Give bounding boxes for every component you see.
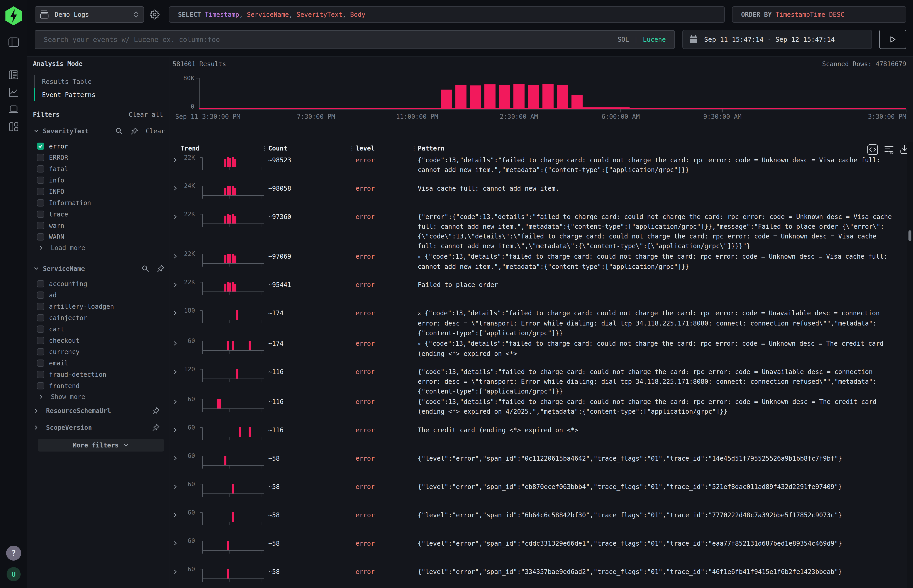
checkbox-unchecked[interactable]	[37, 176, 44, 184]
column-header-level[interactable]: ⋮level	[356, 142, 375, 155]
more-filters-button[interactable]: More filters	[38, 439, 164, 452]
expand-row-button[interactable]	[169, 183, 181, 192]
sidebar-item-sessions[interactable]	[0, 105, 27, 115]
chevron-down-icon[interactable]	[33, 128, 43, 134]
search-icon[interactable]	[115, 127, 123, 135]
analysis-mode-event-patterns[interactable]: Event Patterns	[34, 88, 161, 101]
filter-option-accounting[interactable]: accounting	[27, 278, 169, 289]
column-menu-icon[interactable]: ⋮	[261, 142, 268, 155]
app-logo[interactable]	[0, 6, 27, 26]
filter-group-collapsed-resourceschemaurl[interactable]: ResourceSchemaUrl	[33, 405, 160, 417]
filter-option-currency[interactable]: currency	[27, 346, 169, 357]
select-query-editor[interactable]: SELECT Timestamp, ServiceName, SeverityT…	[169, 6, 725, 23]
filter-option-error[interactable]: error	[27, 141, 169, 152]
clear-all-button[interactable]: Clear all	[129, 111, 163, 118]
checkbox-unchecked[interactable]	[37, 382, 44, 389]
analysis-mode-results-table[interactable]: Results Table	[34, 75, 161, 88]
expand-row-button[interactable]	[169, 155, 181, 163]
checkbox-unchecked[interactable]	[37, 348, 44, 355]
checkbox-unchecked[interactable]	[37, 188, 44, 195]
checkbox-unchecked[interactable]	[37, 371, 44, 378]
checkbox-unchecked[interactable]	[37, 280, 44, 288]
pin-icon[interactable]	[130, 127, 139, 135]
expand-row-button[interactable]	[169, 338, 181, 347]
column-header-count[interactable]: ⋮Count	[268, 142, 287, 155]
chevron-right-icon[interactable]	[33, 424, 40, 431]
pattern-cell[interactable]: {"level":"error","span_id":"0c11220615ba…	[418, 453, 908, 463]
pattern-cell[interactable]: {"level":"error","span_id":"334357bae9ed…	[418, 566, 908, 577]
view-source-button[interactable]	[867, 144, 878, 155]
pattern-cell[interactable]: The credit card (ending <*> expired on <…	[418, 425, 908, 435]
run-query-button[interactable]	[879, 30, 906, 49]
checkbox-unchecked[interactable]	[37, 222, 44, 229]
checkbox-unchecked[interactable]	[37, 326, 44, 333]
pattern-cell[interactable]: {"code":13,"details":"failed to charge c…	[418, 155, 908, 175]
filter-option-fatal[interactable]: fatal	[27, 163, 169, 174]
filter-option-frontend[interactable]: frontend	[27, 380, 169, 391]
sidebar-item-chart-explorer[interactable]	[0, 87, 27, 97]
filter-option-info[interactable]: INFO	[27, 186, 169, 197]
pattern-cell[interactable]: {"error":{"code":13,"details":"failed to…	[418, 211, 908, 251]
checkbox-unchecked[interactable]	[37, 233, 44, 241]
expand-row-button[interactable]	[169, 251, 181, 260]
expand-row-button[interactable]	[169, 396, 181, 405]
column-menu-icon[interactable]: ⋮	[349, 142, 355, 155]
pin-icon[interactable]	[152, 407, 160, 415]
search-input[interactable]: Search your events w/ Lucene ex. column:…	[35, 30, 675, 49]
checkbox-unchecked[interactable]	[37, 337, 44, 344]
checkbox-unchecked[interactable]	[37, 291, 44, 299]
checkbox-unchecked[interactable]	[37, 165, 44, 173]
filter-group-collapsed-scopeversion[interactable]: ScopeVersion	[33, 422, 160, 433]
sidebar-item-search[interactable]	[0, 70, 27, 80]
scrollbar-track[interactable]	[907, 142, 913, 588]
column-menu-icon[interactable]: ⋮	[411, 142, 417, 155]
expand-row-button[interactable]	[169, 538, 181, 546]
pattern-cell[interactable]: ×{"code":13,"details":"failed to charge …	[418, 251, 908, 271]
pin-icon[interactable]	[152, 423, 160, 431]
pattern-cell[interactable]: {"level":"error","span_id":"cddc331329e6…	[418, 538, 908, 548]
sidebar-item-dashboards[interactable]	[0, 122, 27, 132]
expand-row-button[interactable]	[169, 566, 181, 575]
filter-option-information[interactable]: Information	[27, 197, 169, 208]
pin-icon[interactable]	[157, 265, 165, 273]
filter-option-ad[interactable]: ad	[27, 289, 169, 301]
settings-gear-icon[interactable]	[150, 10, 160, 19]
language-toggle-sql[interactable]: SQL	[617, 36, 629, 43]
filter-group-clear-button[interactable]: Clear	[146, 128, 165, 135]
load-more-button[interactable]: Load more	[38, 243, 85, 253]
date-range-picker[interactable]: Sep 11 15:47:14 - Sep 12 15:47:14	[682, 30, 872, 49]
filter-option-warn[interactable]: warn	[27, 220, 169, 231]
expand-row-button[interactable]	[169, 510, 181, 518]
filter-option-checkout[interactable]: checkout	[27, 335, 169, 346]
expand-row-button[interactable]	[169, 481, 181, 490]
help-button[interactable]: ?	[0, 546, 27, 561]
checkbox-unchecked[interactable]	[37, 314, 44, 321]
expand-row-button[interactable]	[169, 425, 181, 433]
expand-row-button[interactable]	[169, 366, 181, 375]
expand-row-button[interactable]	[169, 279, 181, 288]
pattern-cell[interactable]: ×{"code":13,"details":"failed to charge …	[418, 338, 908, 359]
column-header-pattern[interactable]: ⋮Pattern	[418, 142, 445, 155]
user-avatar[interactable]: U	[0, 567, 27, 581]
filter-option-cart[interactable]: cart	[27, 323, 169, 335]
pattern-cell[interactable]: Failed to place order	[418, 279, 908, 290]
filter-option-trace[interactable]: trace	[27, 208, 169, 220]
filter-option-fraud-detection[interactable]: fraud-detection	[27, 369, 169, 380]
pattern-cell[interactable]: {"code":13,"details":"failed to charge c…	[418, 366, 908, 396]
filter-option-error[interactable]: ERROR	[27, 152, 169, 163]
language-toggle-lucene[interactable]: Lucene	[643, 36, 666, 43]
checkbox-unchecked[interactable]	[37, 211, 44, 218]
chevron-down-icon[interactable]	[33, 265, 43, 272]
expand-row-button[interactable]	[169, 453, 181, 462]
filter-option-cainjector[interactable]: cainjector	[27, 312, 169, 323]
show-more-button[interactable]: Show more	[38, 392, 85, 402]
expand-row-button[interactable]	[169, 308, 181, 316]
filter-option-email[interactable]: email	[27, 357, 169, 369]
filter-option-info[interactable]: info	[27, 174, 169, 186]
checkbox-unchecked[interactable]	[37, 199, 44, 207]
search-icon[interactable]	[141, 265, 149, 273]
checkbox-checked[interactable]	[37, 142, 44, 150]
filter-option-warn[interactable]: WARN	[27, 231, 169, 242]
pattern-cell[interactable]: Visa cache full: cannot add new item.	[418, 183, 908, 193]
pattern-cell[interactable]: {"level":"error","span_id":"6b64c6c58842…	[418, 510, 908, 520]
